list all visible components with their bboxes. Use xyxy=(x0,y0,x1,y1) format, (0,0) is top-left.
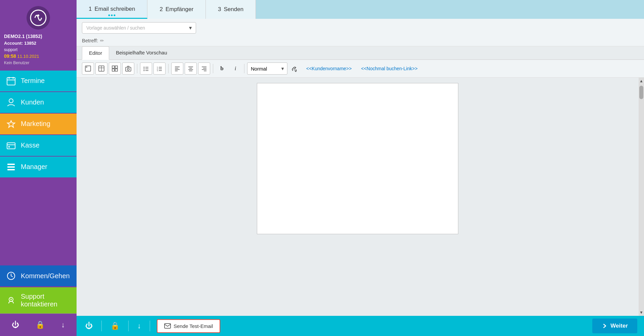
svg-rect-2 xyxy=(7,78,15,85)
toolbar-italic-btn[interactable]: i xyxy=(229,62,241,75)
main-content: 1 Email schreiben 2 Empfänger 3 Senden V… xyxy=(77,0,644,336)
svg-rect-22 xyxy=(112,69,114,71)
toolbar-grid-btn[interactable] xyxy=(109,62,121,75)
tab-empfanger[interactable]: 2 Empfänger xyxy=(147,0,206,19)
sidebar-item-kunden-label: Kunden xyxy=(21,98,44,106)
scroll-up-arrow[interactable]: ▲ xyxy=(638,78,644,84)
svg-point-26 xyxy=(144,67,145,68)
bottom-bar: ⏻ 🔒 ↓ Sende Test-Email Weiter xyxy=(77,316,644,336)
tab-senden[interactable]: 3 Senden xyxy=(206,0,256,19)
toolbar-sep-4 xyxy=(244,64,244,73)
sidebar-item-termine[interactable]: Termine xyxy=(0,71,77,91)
betreff-edit-icon[interactable]: ✏ xyxy=(100,38,104,43)
sidebar-item-marketing[interactable]: Marketing xyxy=(0,114,77,134)
scrollbar-right[interactable]: ▲ ▼ xyxy=(639,78,644,316)
svg-point-1 xyxy=(37,14,39,16)
weiter-label: Weiter xyxy=(610,323,628,329)
toolbar-unordered-list-btn[interactable] xyxy=(140,62,152,75)
link-icon[interactable] xyxy=(289,62,301,75)
sidebar-footer: ⏻ 🔒 ↓ xyxy=(0,313,77,336)
betreff-label: Betreff: xyxy=(82,38,98,43)
toolbar-align-right-btn[interactable] xyxy=(198,62,210,75)
toolbar-align-left-btn[interactable] xyxy=(171,62,183,75)
svg-point-30 xyxy=(144,70,145,71)
user-role: support xyxy=(4,47,73,53)
send-test-email-button[interactable]: Sende Test-Email xyxy=(157,319,220,333)
editor-body xyxy=(77,78,639,316)
svg-rect-9 xyxy=(7,164,15,165)
template-select[interactable]: Vorlage auswählen / suchen xyxy=(82,22,196,34)
placeholder-kundenvorname-btn[interactable]: <<Kundenvorname>> xyxy=(302,64,356,73)
sidebar-item-marketing-label: Marketing xyxy=(21,120,50,128)
tab-rest xyxy=(256,0,644,19)
bottom-left: ⏻ 🔒 ↓ Sende Test-Email xyxy=(83,319,220,333)
send-test-label: Sende Test-Email xyxy=(174,323,213,329)
down-arrow-bottom-icon[interactable]: ↓ xyxy=(135,320,143,332)
tab1-label: Email schreiben xyxy=(94,6,135,12)
svg-rect-8 xyxy=(8,146,10,148)
sidebar: DEMO2.1 (13852) Account: 13852 support 0… xyxy=(0,0,77,336)
editor-tab-preview[interactable]: Beispielhafte Vorschau xyxy=(109,46,174,59)
svg-point-14 xyxy=(10,299,12,300)
sidebar-item-kasse-label: Kasse xyxy=(21,141,40,149)
current-date: 11.10.2021 xyxy=(17,54,39,59)
svg-rect-21 xyxy=(115,66,118,68)
toolbar-sep-2 xyxy=(168,64,169,73)
svg-rect-50 xyxy=(165,324,171,328)
weiter-button[interactable]: Weiter xyxy=(592,319,637,333)
current-time: 09:58 xyxy=(4,53,16,59)
editor-tab-label: Editor xyxy=(89,50,102,56)
tab3-label: Senden xyxy=(224,6,244,13)
format-select[interactable]: Normal Heading 1 Heading 2 Heading 3 xyxy=(247,62,287,75)
sidebar-item-termine-label: Termine xyxy=(21,77,45,85)
nav-items: Termine Kunden Marketing Kasse Manager xyxy=(0,71,77,178)
power-bottom-icon[interactable]: ⏻ xyxy=(83,320,95,332)
account-number: Account: 13852 xyxy=(4,40,73,47)
toolbar-ordered-list-btn[interactable]: 1.2.3. xyxy=(153,62,166,75)
template-row: Vorlage auswählen / suchen ▼ xyxy=(77,19,644,36)
sidebar-item-manager[interactable]: Manager xyxy=(0,157,77,177)
svg-rect-7 xyxy=(7,143,15,149)
bottom-separator-2 xyxy=(128,321,129,331)
sidebar-item-kunden[interactable]: Kunden xyxy=(0,92,77,113)
placeholder-nochmal-buchen-btn[interactable]: <<Nochmal buchen-Link>> xyxy=(357,64,421,73)
sidebar-item-kommen-gehen[interactable]: Kommen/Gehen xyxy=(0,265,77,286)
toolbar-template-btn[interactable] xyxy=(82,62,94,75)
sidebar-item-kasse[interactable]: Kasse xyxy=(0,135,77,156)
scroll-down-arrow[interactable]: ▼ xyxy=(638,309,644,316)
power-icon[interactable]: ⏻ xyxy=(10,319,21,331)
preview-tab-label: Beispielhafte Vorschau xyxy=(116,50,167,55)
editor-toolbar: 1.2.3. b i Normal xyxy=(77,60,644,78)
svg-rect-23 xyxy=(115,69,118,71)
editor-tab-editor[interactable]: Editor xyxy=(82,46,109,60)
template-select-wrap: Vorlage auswählen / suchen ▼ xyxy=(82,22,196,34)
editor-content-wrap: ▲ ▼ xyxy=(77,78,644,316)
tab1-num: 1 xyxy=(89,6,92,12)
toolbar-camera-btn[interactable] xyxy=(122,62,134,75)
svg-text:3.: 3. xyxy=(157,70,158,72)
toolbar-table-btn[interactable] xyxy=(95,62,107,75)
svg-rect-16 xyxy=(85,66,87,68)
app-logo xyxy=(27,6,50,30)
svg-point-25 xyxy=(127,68,129,70)
scrollbar-thumb[interactable] xyxy=(639,86,643,99)
bold-icon: b xyxy=(220,65,223,72)
editor-textarea[interactable] xyxy=(257,83,458,234)
betreff-row: Betreff: ✏ xyxy=(77,36,644,46)
lock-bottom-icon[interactable]: 🔒 xyxy=(108,320,122,332)
lock-icon[interactable]: 🔒 xyxy=(34,319,47,331)
content-area: Vorlage auswählen / suchen ▼ Betreff: ✏ … xyxy=(77,19,644,316)
top-tabs: 1 Email schreiben 2 Empfänger 3 Senden xyxy=(77,0,644,19)
kommen-gehen-label: Kommen/Gehen xyxy=(21,272,70,280)
no-user-label: Kein Benutzer xyxy=(4,60,73,66)
tab2-label: Empfänger xyxy=(166,6,193,13)
tab-email-schreiben[interactable]: 1 Email schreiben xyxy=(77,0,147,19)
svg-rect-10 xyxy=(7,166,15,168)
down-arrow-icon[interactable]: ↓ xyxy=(59,319,67,331)
sidebar-item-support[interactable]: Support kontaktieren xyxy=(0,287,77,313)
toolbar-bold-btn[interactable]: b xyxy=(216,62,228,75)
toolbar-align-center-btn[interactable] xyxy=(185,62,197,75)
toolbar-sep-3 xyxy=(213,64,213,73)
editor-tabs: Editor Beispielhafte Vorschau xyxy=(77,46,644,60)
tab2-num: 2 xyxy=(159,6,163,13)
